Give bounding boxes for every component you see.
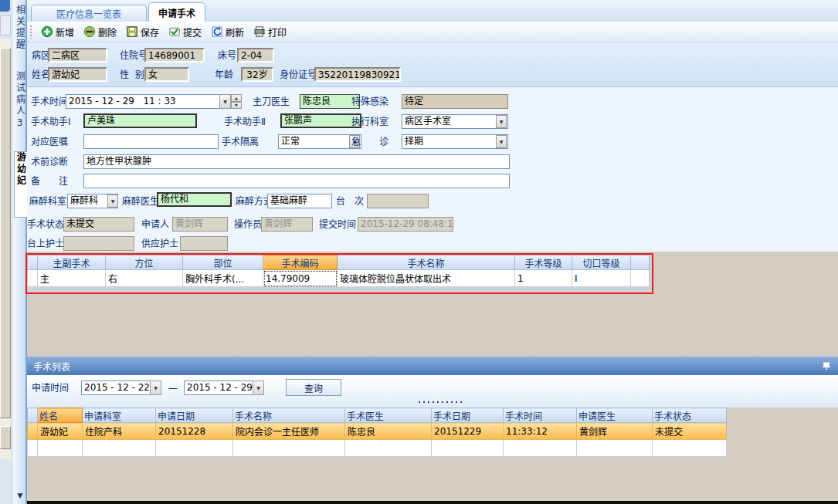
admission-no-field[interactable]: 14689001	[144, 48, 205, 63]
cell-main-sub[interactable]: 主	[38, 270, 106, 287]
empty-cell[interactable]	[504, 440, 577, 457]
col-name[interactable]: 姓名	[38, 408, 83, 423]
empty-cell[interactable]	[345, 440, 432, 457]
stage-nurse-field[interactable]	[63, 236, 134, 251]
surgery-list-row-empty[interactable]	[28, 440, 727, 457]
pin-icon[interactable]	[821, 360, 832, 371]
cell-side[interactable]: 右	[106, 270, 183, 287]
col-part[interactable]: 部位	[183, 255, 263, 270]
save-button[interactable]: 保存	[121, 24, 164, 40]
supply-nurse-field[interactable]	[180, 236, 228, 251]
empty-cell[interactable]	[432, 440, 504, 457]
dock-scroll-down-icon[interactable]: ▼	[15, 492, 25, 499]
operator-field[interactable]: 黄剑辉	[261, 217, 313, 232]
date-to-field[interactable]: 2015 - 12 - 29	[184, 381, 253, 395]
row-indicator[interactable]	[28, 440, 38, 457]
col-surgery-date[interactable]: 手术日期	[432, 408, 504, 423]
empty-cell[interactable]	[83, 440, 156, 457]
date-from-dropdown[interactable]	[150, 381, 161, 395]
assistant1-field[interactable]: 卢美珠	[83, 113, 197, 128]
col-surgery-code[interactable]: 手术编码	[263, 255, 338, 270]
col-apply-date[interactable]: 申请日期	[156, 408, 233, 423]
exec-dept-combo[interactable]: 病区手术室	[402, 114, 508, 129]
splitter-dots[interactable]	[417, 401, 462, 404]
empty-cell[interactable]	[233, 440, 345, 457]
row-indicator[interactable]	[28, 423, 38, 440]
empty-cell[interactable]	[653, 440, 727, 457]
col-apply-dept[interactable]: 申请科室	[83, 408, 156, 423]
submit-button[interactable]: 提交	[164, 24, 206, 40]
cell-surgery-status[interactable]: 未提交	[653, 423, 727, 440]
cell-surgery-name[interactable]: 玻璃体腔脱位晶状体取出术	[338, 270, 515, 287]
spin-up-icon[interactable]	[231, 94, 242, 102]
cell-surgery-grade[interactable]: 1	[515, 270, 572, 287]
empty-cell[interactable]	[577, 440, 653, 457]
id-card-field[interactable]: 352201198309214425	[314, 67, 401, 82]
cell-apply-doctor[interactable]: 黄剑辉	[577, 423, 653, 440]
anesth-doctor-field[interactable]: 杨代和	[157, 192, 232, 207]
cell-apply-date[interactable]: 20151228	[156, 423, 233, 440]
cell-surgery-date[interactable]: 20151229	[432, 423, 504, 440]
special-infection-field[interactable]: 待定	[402, 94, 508, 109]
new-button[interactable]: 新增	[36, 24, 79, 40]
table-no-field[interactable]	[367, 194, 429, 208]
empty-cell[interactable]	[156, 440, 233, 457]
dock-tab-test-patient-3[interactable]: 测试病人3	[14, 71, 26, 147]
empty-cell[interactable]	[38, 440, 83, 457]
exec-dept-dropdown[interactable]	[496, 115, 507, 128]
print-button[interactable]: 打印	[249, 24, 291, 40]
date-to-dropdown[interactable]	[253, 381, 264, 395]
spin-down-icon[interactable]	[231, 102, 242, 110]
assistant2-field[interactable]: 张鹏声	[280, 113, 361, 128]
surgery-grid-row[interactable]: 主 右 胸外科手术(... 14.79009 玻璃体腔脱位晶状体取出术 1 Ⅰ	[28, 270, 650, 287]
col-surgery-grade[interactable]: 手术等级	[515, 255, 572, 270]
name-field[interactable]: 游幼妃	[48, 67, 107, 82]
age-field[interactable]: 32岁	[241, 67, 273, 82]
emergency-dropdown[interactable]	[496, 135, 507, 148]
surgery-time-field[interactable]: 2015 - 12 - 29 11 : 33	[66, 94, 220, 109]
cell-apply-dept[interactable]: 住院产科	[83, 423, 156, 440]
submit-time-field[interactable]: 2015-12-29 08:48:19	[358, 217, 453, 232]
tab-apply-surgery[interactable]: 申请手术	[148, 2, 205, 22]
bed-no-field[interactable]: 2-04	[237, 48, 274, 63]
cell-surgery-doctor[interactable]: 陈忠良	[345, 423, 432, 440]
dock-tab-related-reminders[interactable]: 相关提醒	[14, 5, 26, 65]
surgery-time-spinner[interactable]	[231, 94, 242, 109]
col-side[interactable]: 方位	[106, 255, 183, 270]
cell-surgery-time[interactable]: 11:33:12	[504, 423, 577, 440]
anesth-dept-dropdown[interactable]	[107, 194, 118, 208]
cell-surgery-code[interactable]: 14.79009	[263, 270, 338, 287]
col-surgery-status[interactable]: 手术状态	[653, 408, 727, 423]
cell-incision-grade[interactable]: Ⅰ	[572, 270, 631, 287]
ward-field[interactable]: 二病区	[48, 48, 107, 63]
pre-diagnosis-field[interactable]: 地方性甲状腺肿	[83, 154, 510, 169]
col-apply-doctor[interactable]: 申请医生	[577, 408, 653, 423]
remark-field[interactable]	[83, 174, 510, 188]
cell-surgery-name[interactable]: 院内会诊一主任医师	[233, 423, 345, 440]
refresh-button-label: 刷新	[226, 25, 244, 39]
surgery-list-row-selected[interactable]: 游幼妃 住院产科 20151228 院内会诊一主任医师 陈忠良 20151229…	[28, 423, 727, 440]
col-surgery-name[interactable]: 手术名称	[338, 255, 515, 270]
dock-tab-patient-youyoufei[interactable]: 游幼妃	[14, 151, 27, 218]
tab-medical-info-overview[interactable]: 医疗信息一览表	[31, 5, 147, 22]
col-surgery-time[interactable]: 手术时间	[504, 408, 577, 423]
col-incision-grade[interactable]: 切口等级	[572, 255, 631, 270]
query-button[interactable]: 查询	[286, 379, 341, 396]
surgery-time-dropdown[interactable]	[219, 94, 231, 109]
gender-field[interactable]: 女	[144, 67, 189, 82]
col-surgery-doctor[interactable]: 手术医生	[345, 408, 432, 423]
anesth-method-field[interactable]: 基础麻醉	[267, 194, 332, 208]
toolbar-grip[interactable]	[29, 25, 33, 39]
col-main-sub[interactable]: 主副手术	[38, 255, 106, 270]
cell-part[interactable]: 胸外科手术(...	[183, 270, 263, 287]
applicant-field[interactable]: 黄剑辉	[172, 217, 228, 232]
emergency-combo[interactable]: 择期	[402, 134, 508, 149]
cell-name[interactable]: 游幼妃	[38, 423, 83, 440]
row-indicator[interactable]	[28, 270, 38, 287]
related-order-field[interactable]	[83, 134, 219, 149]
refresh-button[interactable]: 刷新	[206, 24, 249, 40]
surgery-status-field[interactable]: 未提交	[63, 217, 134, 232]
col-surgery-name[interactable]: 手术名称	[233, 408, 345, 423]
date-from-field[interactable]: 2015 - 12 - 22	[81, 381, 151, 395]
delete-button[interactable]: 删除	[79, 24, 121, 40]
